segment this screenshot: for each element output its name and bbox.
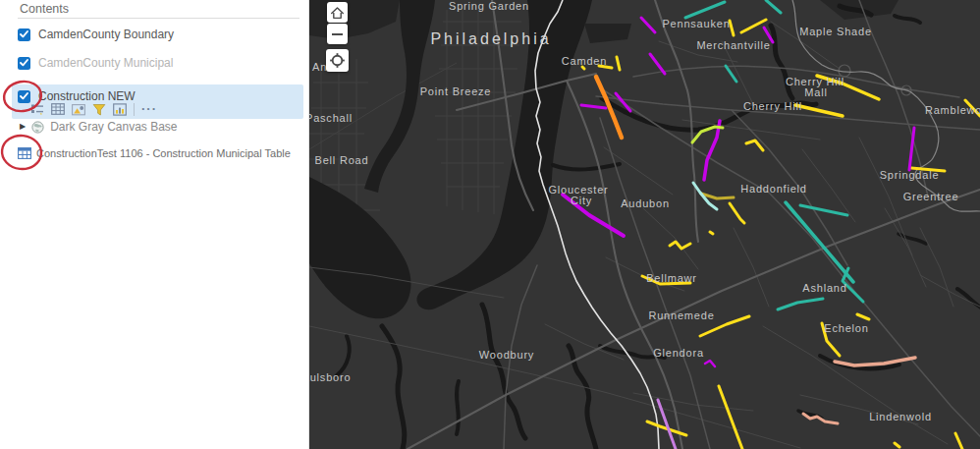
map-label: Camden <box>562 55 607 67</box>
legend-icon[interactable] <box>30 102 44 116</box>
map-label: Paulsboro <box>309 371 351 383</box>
change-style-icon[interactable] <box>72 102 85 116</box>
layer-row-camdencounty-municipal[interactable]: CamdenCounty Municipal <box>18 56 173 70</box>
locate-icon <box>329 52 346 69</box>
minus-icon <box>332 33 343 35</box>
arcgis-map-viewer: Contents CamdenCounty Boundary CamdenCou… <box>0 0 980 449</box>
map-label: Pennsauken <box>662 18 730 29</box>
layer-label[interactable]: CamdenCounty Boundary <box>38 28 174 41</box>
construction-line <box>582 67 584 69</box>
map-label: Bell Road <box>315 154 369 166</box>
map-label: Woodbury <box>479 349 534 361</box>
map-canvas[interactable]: AnSpring GardenPhiladelphiaPoint BreezeP… <box>309 0 980 449</box>
map-label: Spring Garden <box>449 0 529 12</box>
map-label: Paschall <box>309 112 353 124</box>
contents-panel: Contents CamdenCounty Boundary CamdenCou… <box>0 0 309 449</box>
map-label: Ashland <box>802 282 846 294</box>
map-label: Bellmawr <box>646 272 697 284</box>
checkbox-checked[interactable] <box>18 90 30 103</box>
map-label: Mall <box>804 86 827 98</box>
home-button[interactable] <box>327 2 348 23</box>
checkbox-checked[interactable] <box>18 57 30 70</box>
check-icon <box>20 30 28 38</box>
table-layer-label[interactable]: ConstructionTest 1106 - Construction Mun… <box>36 147 291 159</box>
table-icon[interactable] <box>51 102 65 116</box>
basemap: AnSpring GardenPhiladelphiaPoint BreezeP… <box>309 0 980 449</box>
map-label: Audubon <box>621 197 670 209</box>
panel-title: Contents <box>20 2 69 16</box>
map-label: An <box>312 61 327 73</box>
layer-label[interactable]: Construction NEW <box>38 89 136 103</box>
table-layer-row[interactable]: ConstructionTest 1106 - Construction Mun… <box>18 146 291 160</box>
filter-icon[interactable] <box>92 102 106 116</box>
globe-icon <box>31 121 44 134</box>
toolbar-divider <box>134 103 135 116</box>
map-label: Cherry Hill <box>743 100 802 112</box>
layer-label[interactable]: CamdenCounty Municipal <box>38 56 173 70</box>
analysis-icon[interactable] <box>113 102 127 116</box>
check-icon <box>20 92 28 100</box>
basemap-label[interactable]: Dark Gray Canvas Base <box>50 120 177 134</box>
locate-button[interactable] <box>326 49 349 72</box>
map-label: Point Breeze <box>420 85 492 97</box>
layer-toolbar: ··· <box>30 102 157 116</box>
home-icon <box>330 6 345 20</box>
layer-row-camdencounty-boundary[interactable]: CamdenCounty Boundary <box>18 28 174 41</box>
map-label: Glendora <box>653 347 704 359</box>
checkbox-checked[interactable] <box>18 28 30 41</box>
map-label: Echelon <box>824 322 868 334</box>
map-label: Haddonfield <box>740 183 807 195</box>
map-label: Runnemede <box>648 309 714 321</box>
map-label: City <box>571 195 592 206</box>
map-label: Lindenwold <box>869 411 932 422</box>
layer-row-construction-new[interactable]: Construction NEW <box>18 89 136 103</box>
check-icon <box>20 59 28 67</box>
more-options-button[interactable]: ··· <box>141 106 157 112</box>
zoom-out-button[interactable] <box>327 24 348 44</box>
table-icon[interactable] <box>18 147 31 159</box>
map-label: Merchantville <box>696 39 770 51</box>
basemap-layer-row[interactable]: ▶ Dark Gray Canvas Base <box>20 120 178 134</box>
map-label: Philadelphia <box>430 30 551 47</box>
map-label: Ramblewood <box>925 104 980 116</box>
map-label: Maple Shade <box>799 26 872 37</box>
expand-arrow-icon[interactable]: ▶ <box>20 123 26 131</box>
construction-line <box>710 232 713 234</box>
map-label: Greentree <box>903 191 959 202</box>
divider <box>18 18 299 19</box>
map-label: Springdale <box>880 169 940 181</box>
